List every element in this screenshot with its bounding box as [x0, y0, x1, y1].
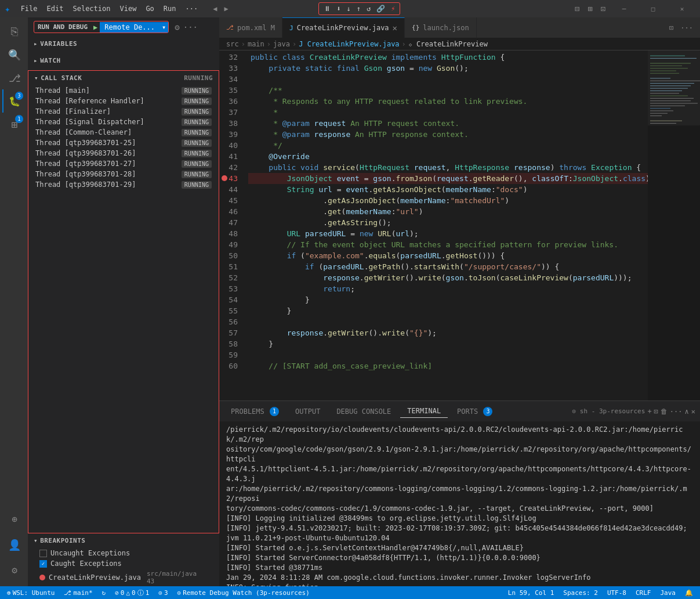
status-breakpoints[interactable]: ⊙ 3 — [156, 589, 170, 597]
breakpoint-file[interactable]: CreateLinkPreview.java src/main/java 43 — [28, 569, 219, 586]
trash-terminal-btn[interactable]: 🗑 — [661, 407, 668, 416]
callstack-item[interactable]: Thread [qtp399683701-29] RUNNING — [28, 179, 219, 190]
breadcrumb-java[interactable]: java — [273, 40, 290, 48]
activity-remote[interactable]: ⊕ — [2, 507, 26, 531]
status-notifications[interactable]: 🔔 — [683, 589, 695, 597]
activity-search[interactable]: 🔍 — [2, 43, 26, 66]
activity-settings[interactable]: ⚙ — [2, 558, 26, 582]
main-layout: ⎘ 🔍 ⎇ 🐛 3 ⊞ 1 ⊕ 👤 ⚙ RUN AND DEBUG ▶ Remo… — [0, 17, 700, 586]
tab-create-link-preview[interactable]: J CreateLinkPreview.java ✕ — [282, 17, 405, 38]
status-sync[interactable]: ↻ — [100, 589, 108, 597]
breakpoint-uncaught[interactable]: Uncaught Exceptions — [28, 548, 219, 558]
debug-step-into-btn[interactable]: ↓ — [344, 3, 353, 14]
menu-more[interactable]: ··· — [182, 3, 202, 14]
activity-account[interactable]: 👤 — [2, 533, 26, 556]
gear-icon[interactable]: ⚙ — [175, 23, 179, 32]
status-position[interactable]: Ln 59, Col 1 — [506, 589, 556, 597]
split-terminal-btn[interactable]: ⊡ — [654, 407, 658, 416]
nav-forward[interactable]: ▶ — [222, 3, 230, 14]
tab-ports[interactable]: PORTS 3 — [450, 405, 499, 418]
call-stack-section: ▾ CALL STACK Running Thread [main] RUNNI… — [28, 70, 219, 533]
breakpoint-caught[interactable]: ✓ Caught Exceptions — [28, 558, 219, 569]
debug-stop-btn[interactable]: ⚡ — [389, 3, 397, 14]
run-config-chevron[interactable]: ▾ — [159, 22, 168, 33]
callstack-item[interactable]: Thread [qtp399683701-26] RUNNING — [28, 148, 219, 158]
maximize-btn[interactable]: □ — [640, 0, 666, 17]
callstack-item[interactable]: Thread [qtp399683701-28] RUNNING — [28, 169, 219, 179]
menu-view[interactable]: View — [116, 3, 140, 14]
activity-explorer[interactable]: ⎘ — [2, 20, 26, 43]
status-errors[interactable]: ⊘ 0 △ 0 ⓘ 1 — [113, 589, 151, 597]
callstack-item[interactable]: Thread [qtp399683701-27] RUNNING — [28, 158, 219, 169]
layout-btn-2[interactable]: ⊞ — [585, 3, 595, 15]
minimap — [648, 50, 700, 400]
breakpoints-header[interactable]: ▾ BREAKPOINTS — [28, 533, 219, 548]
uncaught-checkbox[interactable] — [39, 550, 47, 557]
callstack-item[interactable]: Thread [Reference Handler] RUNNING — [28, 96, 219, 106]
more-icon[interactable]: ··· — [183, 23, 198, 32]
debug-continue-btn[interactable]: ↺ — [364, 3, 373, 14]
tab-output[interactable]: OUTPUT — [288, 405, 327, 418]
menu-file[interactable]: File — [17, 3, 41, 14]
status-language[interactable]: Java — [658, 589, 679, 597]
callstack-item[interactable]: Thread [Common-Cleaner] RUNNING — [28, 127, 219, 138]
title-bar: ✦ File Edit Selection View Go Run ··· ◀ … — [0, 0, 700, 17]
callstack-item[interactable]: Thread [main] RUNNING — [28, 85, 219, 96]
terminal-content[interactable]: /pierrick/.m2/repository/io/cloudevents/… — [219, 421, 700, 586]
status-warning-count: 0 — [132, 589, 136, 597]
tab-problems[interactable]: PROBLEMS 1 — [224, 405, 286, 418]
variables-header[interactable]: ▸ VARIABLES — [28, 37, 219, 51]
status-remote[interactable]: ⊕ WSL: Ubuntu — [5, 589, 57, 597]
menu-selection[interactable]: Selection — [69, 3, 114, 14]
callstack-item[interactable]: Thread [Finalizer] RUNNING — [28, 106, 219, 117]
debug-step-over-btn[interactable]: ⬇ — [334, 3, 343, 14]
tab-close-btn[interactable]: ✕ — [393, 23, 397, 33]
debug-step-out-btn[interactable]: ↑ — [354, 3, 363, 14]
activity-extensions[interactable]: ⊞ 1 — [2, 113, 26, 136]
debug-pause-btn[interactable]: ⏸ — [321, 3, 333, 14]
caught-checkbox[interactable]: ✓ — [39, 560, 47, 568]
watch-header[interactable]: ▸ WATCH — [28, 53, 219, 68]
tab-terminal[interactable]: TERMINAL — [400, 405, 448, 418]
code-content[interactable]: public class CreateLinkPreview implement… — [248, 50, 648, 400]
terminal-more-btn[interactable]: ··· — [670, 407, 683, 416]
status-breakpoints-count: 3 — [164, 589, 168, 597]
status-branch[interactable]: ⎇ main* — [61, 589, 95, 597]
terminal-chevron-up[interactable]: ∧ — [685, 407, 689, 416]
layout-btn-1[interactable]: ⊟ — [572, 3, 582, 15]
callstack-item[interactable]: Thread [qtp399683701-25] RUNNING — [28, 138, 219, 148]
new-terminal-btn[interactable]: + — [647, 407, 651, 416]
tab-debug-console[interactable]: DEBUG CONSOLE — [329, 405, 398, 418]
breadcrumb-main[interactable]: main — [248, 40, 264, 48]
activity-git[interactable]: ⎇ — [2, 66, 26, 89]
tab-launch-json[interactable]: {} launch.json — [405, 17, 477, 38]
more-tabs-btn[interactable]: ··· — [678, 23, 695, 33]
menu-run[interactable]: Run — [160, 3, 180, 14]
nav-back[interactable]: ◀ — [211, 3, 219, 14]
activity-debug[interactable]: 🐛 3 — [2, 89, 26, 113]
menu-go[interactable]: Go — [142, 3, 157, 14]
menu-edit[interactable]: Edit — [43, 3, 67, 14]
breadcrumb-class[interactable]: ⬦ CreateLinkPreview — [408, 40, 488, 48]
status-eol[interactable]: CRLF — [633, 589, 654, 597]
window-controls: ⊟ ⊞ ⊡ ─ □ ✕ — [572, 0, 695, 17]
breadcrumb-src[interactable]: src — [226, 40, 239, 48]
layout-btn-3[interactable]: ⊡ — [598, 3, 608, 15]
call-stack-header[interactable]: ▾ CALL STACK Running — [28, 71, 219, 85]
callstack-item[interactable]: Thread [Signal Dispatcher] RUNNING — [28, 117, 219, 127]
status-encoding[interactable]: UTF-8 — [605, 589, 629, 597]
breadcrumb-file[interactable]: J CreateLinkPreview.java — [299, 40, 399, 48]
run-config-name[interactable]: Remote De... — [100, 22, 159, 33]
status-remote-debug[interactable]: ⊙ Remote Debug Watch (3p-resources) — [175, 589, 312, 597]
line-num-36: 36 — [219, 96, 242, 107]
split-editor-btn[interactable]: ⊡ — [667, 23, 676, 33]
close-btn[interactable]: ✕ — [669, 0, 695, 17]
tab-pom-xml[interactable]: ⎇ pom.xml M — [219, 17, 282, 38]
menu-bar: File Edit Selection View Go Run ··· — [17, 3, 202, 14]
status-spaces[interactable]: Spaces: 2 — [561, 589, 600, 597]
debug-restart-btn[interactable]: 🔗 — [374, 3, 387, 14]
run-play-icon[interactable]: ▶ — [91, 22, 100, 33]
terminal-close-btn[interactable]: ✕ — [691, 407, 695, 416]
json-icon: {} — [412, 24, 419, 31]
minimize-btn[interactable]: ─ — [611, 0, 637, 17]
